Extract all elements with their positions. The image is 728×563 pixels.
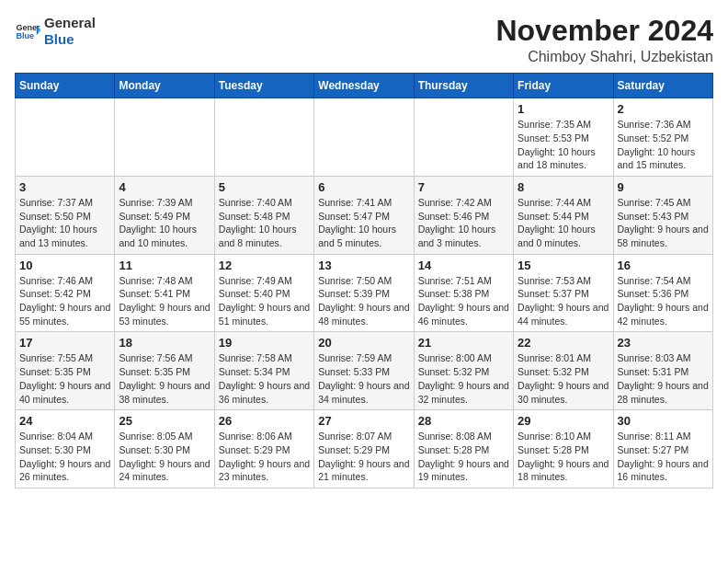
day-info: Sunrise: 7:42 AMSunset: 5:46 PMDaylight:… (418, 196, 509, 250)
table-row: 5Sunrise: 7:40 AMSunset: 5:48 PMDaylight… (214, 176, 313, 254)
day-info: Sunrise: 7:50 AMSunset: 5:39 PMDaylight:… (318, 274, 409, 328)
day-number: 5 (219, 180, 310, 194)
day-info: Sunrise: 7:56 AMSunset: 5:35 PMDaylight:… (119, 351, 210, 406)
table-row: 30Sunrise: 8:11 AMSunset: 5:27 PMDayligh… (613, 410, 712, 488)
day-info: Sunrise: 7:46 AMSunset: 5:42 PMDaylight:… (19, 274, 110, 328)
day-number: 24 (19, 414, 110, 428)
calendar-table: Sunday Monday Tuesday Wednesday Thursday… (15, 73, 713, 488)
day-number: 19 (219, 336, 310, 350)
day-number: 15 (518, 259, 609, 272)
table-row: 1Sunrise: 7:35 AMSunset: 5:53 PMDaylight… (514, 98, 613, 177)
page-header: General Blue General Blue November 2024 … (15, 15, 713, 65)
header-row: Sunday Monday Tuesday Wednesday Thursday… (16, 74, 713, 98)
col-wednesday: Wednesday (314, 74, 414, 98)
day-info: Sunrise: 7:40 AMSunset: 5:48 PMDaylight:… (219, 196, 310, 250)
day-number: 8 (518, 180, 609, 194)
table-row: 17Sunrise: 7:55 AMSunset: 5:35 PMDayligh… (16, 332, 115, 410)
day-number: 20 (318, 336, 409, 350)
logo: General Blue General Blue (15, 15, 96, 48)
month-title: November 2024 (495, 15, 713, 47)
day-info: Sunrise: 7:39 AMSunset: 5:49 PMDaylight:… (119, 196, 210, 250)
day-info: Sunrise: 8:03 AMSunset: 5:31 PMDaylight:… (618, 351, 709, 406)
day-info: Sunrise: 8:07 AMSunset: 5:29 PMDaylight:… (318, 430, 409, 484)
col-saturday: Saturday (613, 74, 712, 98)
day-info: Sunrise: 8:04 AMSunset: 5:30 PMDaylight:… (19, 430, 110, 484)
calendar-week-row: 10Sunrise: 7:46 AMSunset: 5:42 PMDayligh… (16, 254, 713, 332)
day-number: 18 (119, 336, 210, 350)
day-number: 11 (119, 259, 210, 272)
table-row: 18Sunrise: 7:56 AMSunset: 5:35 PMDayligh… (115, 332, 214, 410)
day-info: Sunrise: 7:44 AMSunset: 5:44 PMDaylight:… (518, 196, 609, 250)
day-number: 21 (418, 336, 509, 350)
table-row: 24Sunrise: 8:04 AMSunset: 5:30 PMDayligh… (16, 410, 115, 488)
table-row: 6Sunrise: 7:41 AMSunset: 5:47 PMDaylight… (314, 176, 414, 254)
day-number: 1 (518, 102, 609, 116)
table-row (314, 98, 414, 177)
day-info: Sunrise: 7:41 AMSunset: 5:47 PMDaylight:… (318, 196, 409, 250)
day-info: Sunrise: 7:36 AMSunset: 5:52 PMDaylight:… (618, 118, 709, 172)
table-row: 8Sunrise: 7:44 AMSunset: 5:44 PMDaylight… (514, 176, 613, 254)
table-row: 20Sunrise: 7:59 AMSunset: 5:33 PMDayligh… (314, 332, 414, 410)
col-tuesday: Tuesday (214, 74, 313, 98)
day-info: Sunrise: 7:54 AMSunset: 5:36 PMDaylight:… (618, 274, 709, 328)
day-info: Sunrise: 7:53 AMSunset: 5:37 PMDaylight:… (518, 274, 609, 328)
day-info: Sunrise: 7:49 AMSunset: 5:40 PMDaylight:… (219, 274, 310, 328)
day-info: Sunrise: 7:58 AMSunset: 5:34 PMDaylight:… (219, 351, 310, 406)
day-info: Sunrise: 7:48 AMSunset: 5:41 PMDaylight:… (119, 274, 210, 328)
day-info: Sunrise: 8:00 AMSunset: 5:32 PMDaylight:… (418, 351, 509, 406)
table-row: 22Sunrise: 8:01 AMSunset: 5:32 PMDayligh… (514, 332, 613, 410)
logo-blue: Blue (44, 31, 96, 48)
day-number: 22 (518, 336, 609, 350)
day-info: Sunrise: 7:55 AMSunset: 5:35 PMDaylight:… (19, 351, 110, 406)
table-row: 27Sunrise: 8:07 AMSunset: 5:29 PMDayligh… (314, 410, 414, 488)
table-row (214, 98, 313, 177)
day-info: Sunrise: 8:05 AMSunset: 5:30 PMDaylight:… (119, 430, 210, 484)
calendar-week-row: 17Sunrise: 7:55 AMSunset: 5:35 PMDayligh… (16, 332, 713, 410)
table-row: 19Sunrise: 7:58 AMSunset: 5:34 PMDayligh… (214, 332, 313, 410)
table-row: 14Sunrise: 7:51 AMSunset: 5:38 PMDayligh… (414, 254, 513, 332)
calendar-week-row: 1Sunrise: 7:35 AMSunset: 5:53 PMDaylight… (16, 98, 713, 177)
table-row: 25Sunrise: 8:05 AMSunset: 5:30 PMDayligh… (115, 410, 214, 488)
day-number: 27 (318, 414, 409, 428)
calendar-week-row: 24Sunrise: 8:04 AMSunset: 5:30 PMDayligh… (16, 410, 713, 488)
table-row: 16Sunrise: 7:54 AMSunset: 5:36 PMDayligh… (613, 254, 712, 332)
table-row (115, 98, 214, 177)
day-number: 26 (219, 414, 310, 428)
table-row: 11Sunrise: 7:48 AMSunset: 5:41 PMDayligh… (115, 254, 214, 332)
col-sunday: Sunday (16, 74, 115, 98)
title-area: November 2024 Chimboy Shahri, Uzbekistan (495, 15, 713, 65)
day-number: 28 (418, 414, 509, 428)
day-number: 4 (119, 180, 210, 194)
table-row: 26Sunrise: 8:06 AMSunset: 5:29 PMDayligh… (214, 410, 313, 488)
table-row (16, 98, 115, 177)
day-number: 3 (19, 180, 110, 194)
calendar-header: Sunday Monday Tuesday Wednesday Thursday… (16, 74, 713, 98)
calendar-week-row: 3Sunrise: 7:37 AMSunset: 5:50 PMDaylight… (16, 176, 713, 254)
table-row: 7Sunrise: 7:42 AMSunset: 5:46 PMDaylight… (414, 176, 513, 254)
day-info: Sunrise: 8:10 AMSunset: 5:28 PMDaylight:… (518, 430, 609, 484)
calendar-body: 1Sunrise: 7:35 AMSunset: 5:53 PMDaylight… (16, 98, 713, 488)
day-number: 14 (418, 259, 509, 272)
day-info: Sunrise: 7:37 AMSunset: 5:50 PMDaylight:… (19, 196, 110, 250)
table-row: 10Sunrise: 7:46 AMSunset: 5:42 PMDayligh… (16, 254, 115, 332)
day-info: Sunrise: 7:35 AMSunset: 5:53 PMDaylight:… (518, 118, 609, 172)
day-info: Sunrise: 8:06 AMSunset: 5:29 PMDaylight:… (219, 430, 310, 484)
day-number: 10 (19, 259, 110, 272)
day-number: 12 (219, 259, 310, 272)
table-row: 3Sunrise: 7:37 AMSunset: 5:50 PMDaylight… (16, 176, 115, 254)
table-row: 4Sunrise: 7:39 AMSunset: 5:49 PMDaylight… (115, 176, 214, 254)
col-monday: Monday (115, 74, 214, 98)
table-row: 21Sunrise: 8:00 AMSunset: 5:32 PMDayligh… (414, 332, 513, 410)
day-number: 23 (618, 336, 709, 350)
table-row: 29Sunrise: 8:10 AMSunset: 5:28 PMDayligh… (514, 410, 613, 488)
location-title: Chimboy Shahri, Uzbekistan (495, 49, 713, 65)
day-number: 13 (318, 259, 409, 272)
logo-general: General (44, 15, 96, 31)
day-number: 7 (418, 180, 509, 194)
day-info: Sunrise: 8:01 AMSunset: 5:32 PMDaylight:… (518, 351, 609, 406)
day-number: 17 (19, 336, 110, 350)
day-number: 16 (618, 259, 709, 272)
day-info: Sunrise: 8:11 AMSunset: 5:27 PMDaylight:… (618, 430, 709, 484)
table-row (414, 98, 513, 177)
table-row: 23Sunrise: 8:03 AMSunset: 5:31 PMDayligh… (613, 332, 712, 410)
